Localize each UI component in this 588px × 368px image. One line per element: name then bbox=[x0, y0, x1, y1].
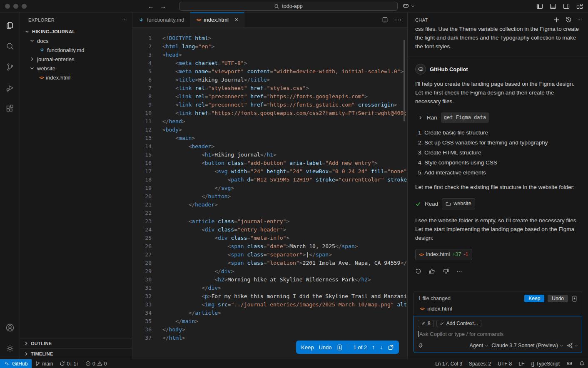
line-number[interactable]: 18 bbox=[132, 176, 152, 184]
tab-index-html[interactable]: <> index.html × bbox=[190, 12, 244, 27]
line-number[interactable]: 4 bbox=[132, 59, 152, 67]
toggle-primary-sidebar-icon[interactable] bbox=[536, 3, 543, 10]
forward-icon[interactable]: → bbox=[160, 2, 166, 10]
code-line[interactable]: 12<body> bbox=[132, 126, 407, 134]
line-number[interactable]: 16 bbox=[132, 159, 152, 167]
mode-picker[interactable]: Agent bbox=[470, 343, 489, 348]
tree-folder-journal-enteries[interactable]: journal-enteries bbox=[20, 55, 132, 64]
code-line[interactable]: 26 <span class="date">March 10, 2025</sp… bbox=[132, 242, 407, 251]
code-line[interactable]: 32 <p>For my hike this morning I did the… bbox=[132, 292, 407, 301]
code-line[interactable]: 23 <article class="journal-entry"> bbox=[132, 217, 407, 226]
send-button[interactable] bbox=[566, 342, 578, 349]
overview-ruler[interactable] bbox=[404, 40, 405, 121]
line-number[interactable]: 12 bbox=[132, 126, 152, 134]
maximize-window-button[interactable] bbox=[22, 4, 27, 9]
tree-file-functionality-md[interactable]: functionality.md bbox=[20, 45, 132, 55]
code-line[interactable]: 35 </main> bbox=[132, 317, 407, 326]
line-number[interactable]: 22 bbox=[132, 209, 152, 217]
code-line[interactable]: 30 <h2>Morning hike at Skyline Wildernes… bbox=[132, 276, 407, 284]
line-number[interactable]: 30 bbox=[132, 276, 152, 284]
line-number[interactable]: 28 bbox=[132, 259, 152, 267]
extensions-icon[interactable] bbox=[0, 98, 20, 119]
line-number[interactable]: 17 bbox=[132, 167, 152, 176]
line-number[interactable]: 20 bbox=[132, 192, 152, 201]
previous-change-icon[interactable]: ↑ bbox=[372, 344, 375, 351]
code-line[interactable]: 25 <div class="meta-info"> bbox=[132, 234, 407, 242]
line-number[interactable]: 8 bbox=[132, 92, 152, 101]
close-tab-icon[interactable]: × bbox=[235, 16, 238, 23]
tool-read-row[interactable]: Read website bbox=[415, 198, 581, 209]
accounts-icon[interactable] bbox=[0, 317, 20, 338]
line-number[interactable]: 31 bbox=[132, 284, 152, 292]
line-number[interactable]: 29 bbox=[132, 267, 152, 276]
search-view-icon[interactable] bbox=[0, 36, 20, 57]
problems-indicator[interactable]: 0 0 bbox=[82, 359, 110, 368]
code-line[interactable]: 14 <header> bbox=[132, 142, 407, 151]
encoding-setting[interactable]: UTF-8 bbox=[494, 359, 515, 368]
open-diff-icon[interactable] bbox=[388, 344, 394, 351]
attachments-chip[interactable]: 8 bbox=[418, 320, 434, 327]
code-line[interactable]: 10 <link href="https://fonts.googleapis.… bbox=[132, 109, 407, 117]
microphone-icon[interactable] bbox=[418, 343, 424, 348]
chat-history-icon[interactable] bbox=[566, 17, 572, 23]
line-number[interactable]: 3 bbox=[132, 51, 152, 59]
diff-file-icon[interactable] bbox=[336, 344, 343, 351]
code-line[interactable]: 36</body> bbox=[132, 326, 407, 334]
code-line[interactable]: 5 <meta name="viewport" content="width=d… bbox=[132, 67, 407, 76]
code-line[interactable]: 17 <svg width="24" height="24" viewBox="… bbox=[132, 167, 407, 176]
thumbs-up-icon[interactable] bbox=[429, 268, 435, 274]
outline-section[interactable]: OUTLINE bbox=[20, 338, 132, 348]
code-line[interactable]: 4 <meta charset="UTF-8"> bbox=[132, 59, 407, 67]
line-number[interactable]: 14 bbox=[132, 142, 152, 151]
line-number[interactable]: 10 bbox=[132, 109, 152, 117]
back-icon[interactable]: ← bbox=[148, 2, 154, 10]
line-number[interactable]: 11 bbox=[132, 117, 152, 126]
notifications[interactable] bbox=[576, 359, 588, 368]
tree-folder-website[interactable]: website bbox=[20, 64, 132, 73]
undo-button[interactable]: Undo bbox=[319, 344, 331, 351]
tree-root-hiking-journal[interactable]: HIKING-JOURNAL bbox=[20, 27, 132, 36]
code-line[interactable]: 13 <main> bbox=[132, 134, 407, 142]
keep-all-button[interactable]: Keep bbox=[524, 295, 544, 302]
chat-input-box[interactable]: 8 Add Context... Ask Copilot or type / f… bbox=[414, 316, 582, 353]
indentation-setting[interactable]: Spaces: 2 bbox=[466, 359, 494, 368]
code-line[interactable]: 29 </div> bbox=[132, 267, 407, 276]
response-more-actions-icon[interactable]: ⋯ bbox=[456, 267, 462, 276]
tab-functionality-md[interactable]: functionality.md bbox=[132, 12, 190, 27]
line-number[interactable]: 5 bbox=[132, 67, 152, 76]
explorer-more-actions-icon[interactable]: ⋯ bbox=[122, 17, 127, 22]
tool-run-row[interactable]: Ran get_Figma_data bbox=[418, 112, 581, 123]
line-number[interactable]: 7 bbox=[132, 84, 152, 92]
code-line[interactable]: 19 </svg> bbox=[132, 184, 407, 192]
copilot-menu[interactable] bbox=[402, 2, 415, 10]
code-line[interactable]: 11</head> bbox=[132, 117, 407, 126]
line-number[interactable]: 33 bbox=[132, 301, 152, 309]
line-number[interactable]: 25 bbox=[132, 234, 152, 242]
line-number[interactable]: 34 bbox=[132, 309, 152, 317]
chat-more-actions-icon[interactable]: ⋯ bbox=[578, 17, 582, 22]
thumbs-down-icon[interactable] bbox=[443, 268, 449, 274]
code-line[interactable]: 31 </div> bbox=[132, 284, 407, 292]
line-number[interactable]: 35 bbox=[132, 317, 152, 326]
line-number[interactable]: 36 bbox=[132, 326, 152, 334]
settings-gear-icon[interactable] bbox=[0, 338, 20, 359]
line-number[interactable]: 19 bbox=[132, 184, 152, 192]
timeline-section[interactable]: TIMELINE bbox=[20, 348, 132, 359]
code-line[interactable]: 9 <link rel="preconnect" href="https://f… bbox=[132, 101, 407, 109]
cursor-position[interactable]: Ln 17, Col 3 bbox=[432, 359, 466, 368]
command-center-search[interactable]: todo-app bbox=[179, 2, 398, 11]
editor-more-actions-icon[interactable]: ⋯ bbox=[395, 16, 401, 24]
code-line[interactable]: 20 </button> bbox=[132, 192, 407, 201]
code-line[interactable]: 27 <span class="separator">|</span> bbox=[132, 251, 407, 259]
add-context-chip[interactable]: Add Context... bbox=[436, 320, 481, 327]
source-control-icon[interactable] bbox=[0, 57, 20, 77]
line-number[interactable]: 15 bbox=[132, 151, 152, 159]
minimize-window-button[interactable] bbox=[13, 4, 18, 9]
code-line[interactable]: 15 <h1>Hiking journal</h1> bbox=[132, 151, 407, 159]
code-line[interactable]: 3<head> bbox=[132, 51, 407, 59]
remote-indicator[interactable]: GitHub bbox=[0, 359, 32, 368]
undo-all-button[interactable]: Undo bbox=[548, 295, 568, 302]
line-number[interactable]: 2 bbox=[132, 42, 152, 51]
run-debug-icon[interactable] bbox=[0, 77, 20, 98]
code-line[interactable]: 24 <div class="entry-header"> bbox=[132, 226, 407, 234]
